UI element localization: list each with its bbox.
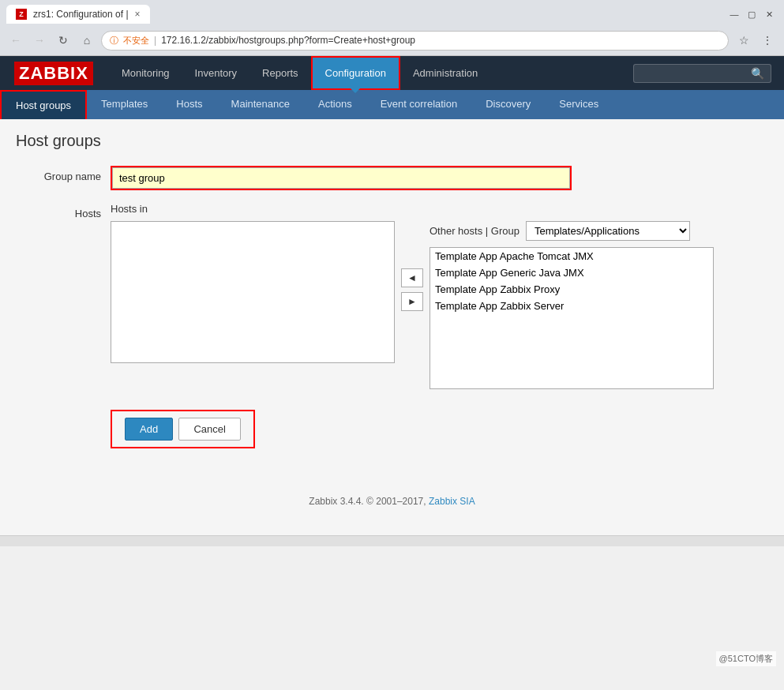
close-button[interactable]: ✕ [763,9,775,20]
hosts-label: Hosts [16,203,111,219]
main-navigation: ZABBIX Monitoring Inventory Reports Conf… [0,56,784,90]
forward-button[interactable]: → [30,31,49,50]
browser-addressbar: ← → ↻ ⌂ ⓘ 不安全 | 172.16.1.2/zabbix/hostgr… [0,27,784,55]
group-dropdown[interactable]: Templates/Applications Templates/Databas… [526,221,690,241]
hosts-columns: ◄ ► Other hosts | Group Templates/Applic… [111,221,714,389]
transfer-buttons: ◄ ► [401,221,423,311]
transfer-left-button[interactable]: ◄ [401,268,423,287]
other-hosts-header: Other hosts | Group Templates/Applicatio… [430,221,714,241]
subnav-maintenance[interactable]: Maintenance [217,90,304,119]
footer-link[interactable]: Zabbix SIA [429,496,475,507]
nav-item-monitoring[interactable]: Monitoring [109,56,182,90]
window-controls: — ▢ ✕ [729,9,778,20]
reload-button[interactable]: ↻ [54,31,73,50]
nav-item-configuration[interactable]: Configuration [311,56,400,90]
tab-close-button[interactable]: × [135,9,141,20]
subnav-templates[interactable]: Templates [87,90,162,119]
other-hosts-list[interactable]: Template App Apache Tomcat JMX Template … [430,247,714,389]
transfer-right-button[interactable]: ► [401,292,423,311]
search-input[interactable] [640,68,751,79]
browser-tab[interactable]: Z zrs1: Configuration of | × [6,5,150,24]
nav-item-inventory[interactable]: Inventory [182,56,249,90]
hosts-in-list[interactable] [111,221,395,363]
browser-chrome: Z zrs1: Configuration of | × — ▢ ✕ ← → ↻… [0,0,784,56]
insecure-label: 不安全 [123,35,149,47]
hosts-in-label: Hosts in [111,203,714,215]
back-button[interactable]: ← [6,31,25,50]
browser-actions: ☆ ⋮ [733,30,778,51]
group-name-label: Group name [16,166,111,182]
tab-title: zrs1: Configuration of | [33,9,129,20]
sub-navigation: Host groups Templates Hosts Maintenance … [0,90,784,119]
subnav-services[interactable]: Services [545,90,613,119]
nav-item-reports[interactable]: Reports [249,56,311,90]
horizontal-scrollbar[interactable] [0,535,784,546]
address-separator: | [154,35,156,46]
insecure-icon: ⓘ [110,35,118,47]
search-area: 🔍 [627,56,778,90]
footer-text: Zabbix 3.4.4. © 2001–2017, [309,496,426,507]
minimize-button[interactable]: — [729,9,740,20]
other-hosts-label: Other hosts | Group [430,225,520,237]
hosts-section: Hosts in ◄ ► Other hosts | Group [111,203,714,389]
nav-item-administration[interactable]: Administration [400,56,490,90]
list-item[interactable]: Template App Generic Java JMX [430,264,713,281]
form-buttons-container: Add Cancel [111,410,255,448]
group-name-row: Group name [16,166,768,190]
page-content: Host groups Group name Hosts Hosts in [0,119,784,535]
search-icon[interactable]: 🔍 [751,67,764,80]
list-item[interactable]: Template App Apache Tomcat JMX [430,248,713,264]
subnav-discovery[interactable]: Discovery [471,90,545,119]
page-footer: Zabbix 3.4.4. © 2001–2017, Zabbix SIA [16,480,768,523]
list-item[interactable]: Template App Zabbix Server [430,298,713,314]
subnav-hosts[interactable]: Hosts [162,90,216,119]
maximize-button[interactable]: ▢ [746,9,757,20]
subnav-host-groups[interactable]: Host groups [0,90,87,119]
home-button[interactable]: ⌂ [77,31,96,50]
tab-favicon: Z [16,9,27,20]
list-item[interactable]: Template App Zabbix Proxy [430,281,713,298]
page-title: Host groups [16,132,768,150]
hosts-row: Hosts Hosts in ◄ ► Oth [16,203,768,389]
extensions-button[interactable]: ⋮ [757,30,778,51]
logo: ZABBIX [14,62,93,85]
bookmark-button[interactable]: ☆ [733,30,754,51]
subnav-event-correlation[interactable]: Event correlation [366,90,472,119]
browser-titlebar: Z zrs1: Configuration of | × — ▢ ✕ [0,0,784,27]
form-container: Group name Hosts Hosts in ◄ ► [16,166,768,448]
logo-area: ZABBIX [6,56,101,90]
cancel-button[interactable]: Cancel [178,418,240,441]
group-name-input-wrap [111,166,572,190]
group-name-input[interactable] [112,167,570,189]
address-url: 172.16.1.2/zabbix/hostgroups.php?form=Cr… [161,35,415,46]
address-bar[interactable]: ⓘ 不安全 | 172.16.1.2/zabbix/hostgroups.php… [101,31,729,51]
other-hosts-section: Other hosts | Group Templates/Applicatio… [430,221,714,389]
subnav-actions[interactable]: Actions [304,90,366,119]
add-button[interactable]: Add [125,418,173,441]
search-wrap[interactable]: 🔍 [633,64,771,83]
